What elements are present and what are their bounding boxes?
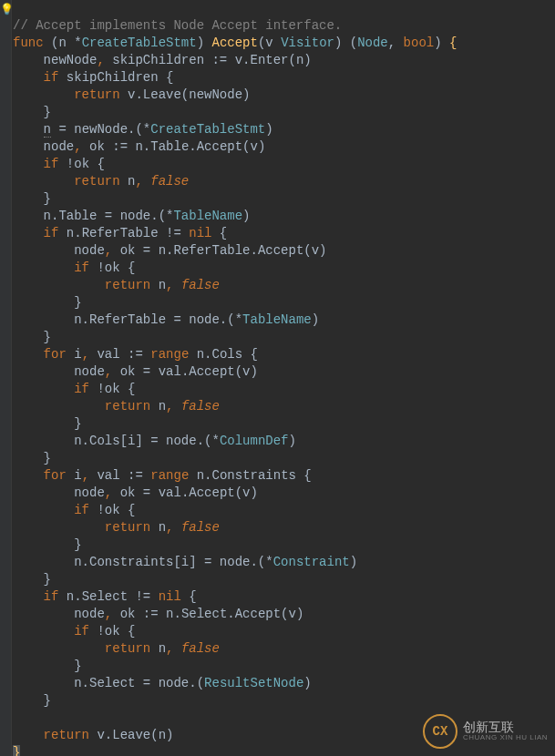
editor-gutter: 💡 xyxy=(0,0,12,756)
watermark: CX 创新互联 CHUANG XIN HU LIAN xyxy=(423,714,548,749)
watermark-logo-icon: CX xyxy=(423,714,457,749)
kw-func: func xyxy=(13,36,44,50)
comment-line: // Accept implements Node Accept interfa… xyxy=(13,18,342,33)
watermark-cn: 创新互联 xyxy=(463,720,548,734)
method-name: Accept xyxy=(211,36,257,50)
watermark-en: CHUANG XIN HU LIAN xyxy=(463,734,548,742)
closing-brace: } xyxy=(13,745,20,756)
lightbulb-icon[interactable]: 💡 xyxy=(0,2,14,19)
code-editor[interactable]: // Accept implements Node Accept interfa… xyxy=(0,0,555,756)
